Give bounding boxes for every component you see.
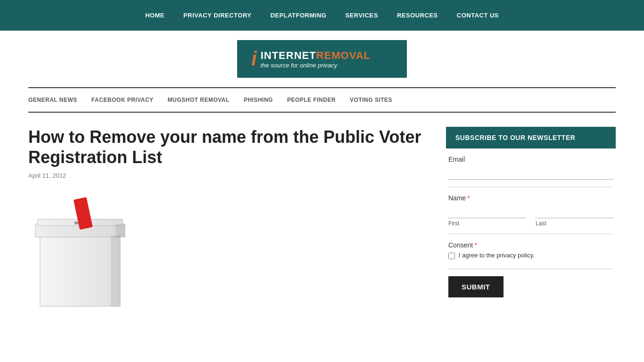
last-name-col: Last xyxy=(536,205,613,227)
name-required: * xyxy=(467,194,470,202)
article-date: April 11, 2012 xyxy=(28,172,427,179)
subnav-mugshot-removal[interactable]: MUGSHOT REMOVAL xyxy=(168,97,230,103)
subnav-general-news[interactable]: GENERAL NEWS xyxy=(28,97,77,103)
first-label: First xyxy=(448,220,526,227)
nav-privacy-directory[interactable]: PRIVACY DIRECTORY xyxy=(183,12,252,19)
consent-checkbox[interactable] xyxy=(448,253,455,259)
submit-button[interactable]: SUBMIT xyxy=(448,276,504,297)
consent-required: * xyxy=(474,241,477,249)
nav-services[interactable]: SERVICES xyxy=(345,12,378,19)
newsletter-form: Email Name* First Last xyxy=(446,148,616,304)
svg-rect-0 xyxy=(40,236,120,306)
top-navigation: HOME PRIVACY DIRECTORY DEPLATFORMING SER… xyxy=(0,0,644,31)
last-label: Last xyxy=(536,220,613,227)
logo-tagline: the source for online privacy xyxy=(261,62,371,69)
svg-rect-6 xyxy=(116,224,125,237)
email-group: Email xyxy=(448,156,613,180)
name-divider xyxy=(448,234,613,234)
logo-text-block: INTERNETREMOVAL the source for online pr… xyxy=(261,49,371,69)
subnav-voting-sites[interactable]: VOTING SITES xyxy=(350,97,392,103)
main-content: How to Remove your name from the Public … xyxy=(0,113,644,321)
logo-i-letter: i xyxy=(251,49,257,69)
last-name-input[interactable] xyxy=(536,205,613,218)
logo-area: i INTERNETREMOVAL the source for online … xyxy=(0,31,644,87)
secondary-navigation: GENERAL NEWS FACEBOOK PRIVACY MUGSHOT RE… xyxy=(0,88,644,112)
email-divider xyxy=(448,187,613,187)
nav-deplatforming[interactable]: DEPLATFORMING xyxy=(270,12,326,19)
logo-site-name: INTERNETREMOVAL xyxy=(261,49,371,62)
consent-row: I agree to the privacy policy. xyxy=(448,252,613,259)
consent-label: Consent* xyxy=(448,241,613,249)
consent-group: Consent* I agree to the privacy policy. xyxy=(448,241,613,259)
article-section: How to Remove your name from the Public … xyxy=(28,127,427,306)
name-group: Name* First Last xyxy=(448,194,613,227)
newsletter-header: SUBSCRIBE TO OUR NEWSLETTER xyxy=(446,127,616,148)
name-label: Name* xyxy=(448,194,613,202)
subnav-facebook-privacy[interactable]: FACEBOOK PRIVACY xyxy=(91,97,154,103)
subnav-people-finder[interactable]: PEOPLE FINDER xyxy=(287,97,336,103)
article-title: How to Remove your name from the Public … xyxy=(28,127,427,167)
consent-divider xyxy=(448,269,613,269)
logo-removal: REMOVAL xyxy=(316,49,371,61)
email-label: Email xyxy=(448,156,613,163)
ballot-box-svg xyxy=(28,189,132,311)
logo-internet: INTERNET xyxy=(261,49,316,61)
ballot-box-illustration xyxy=(28,189,132,306)
nav-contact-us[interactable]: CONTACT US xyxy=(457,12,499,19)
nav-home[interactable]: HOME xyxy=(145,12,165,19)
name-row: First Last xyxy=(448,205,613,227)
first-name-input[interactable] xyxy=(448,205,526,218)
email-input[interactable] xyxy=(448,166,613,180)
sidebar: SUBSCRIBE TO OUR NEWSLETTER Email Name* … xyxy=(446,127,616,306)
subnav-phishing[interactable]: PHISHING xyxy=(244,97,273,103)
consent-text: I agree to the privacy policy. xyxy=(459,252,535,259)
first-name-col: First xyxy=(448,205,526,227)
svg-rect-5 xyxy=(111,236,120,306)
nav-resources[interactable]: RESOURCES xyxy=(397,12,438,19)
site-logo[interactable]: i INTERNETREMOVAL the source for online … xyxy=(237,40,407,78)
